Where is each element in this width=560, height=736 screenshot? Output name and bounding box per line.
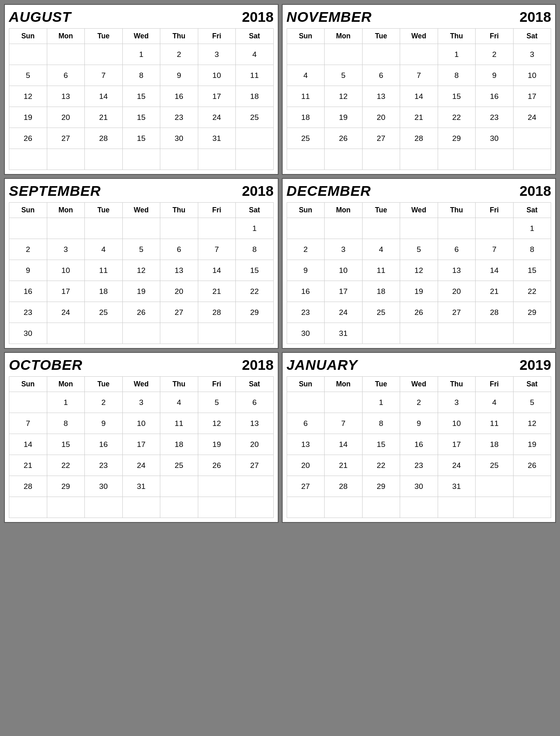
calendar-day: 6 <box>438 239 476 260</box>
calendar-day: 7 <box>325 413 363 434</box>
calendar-day <box>198 323 236 344</box>
calendar-day: 21 <box>400 107 438 128</box>
calendar-day <box>236 149 274 170</box>
calendar-day <box>85 149 123 170</box>
calendar-day: 5 <box>198 392 236 413</box>
day-header: Mon <box>325 29 363 44</box>
calendar-day: 23 <box>287 302 325 323</box>
table-row: 6789101112 <box>287 413 551 434</box>
calendar-day: 10 <box>122 413 160 434</box>
table-row: 123 <box>287 44 551 65</box>
calendar-day <box>325 497 363 518</box>
calendar-day: 25 <box>476 455 514 476</box>
day-header: Mon <box>325 203 363 218</box>
calendar-day <box>476 218 514 239</box>
calendar-september-2018: SEPTEMBER2018SunMonTueWedThuFriSat123456… <box>4 178 279 349</box>
calendar-day: 9 <box>476 65 514 86</box>
table-row: 14151617181920 <box>9 434 274 455</box>
table-row <box>9 497 274 518</box>
calendar-day: 5 <box>513 392 551 413</box>
calendar-day <box>325 392 363 413</box>
calendar-day: 16 <box>9 281 47 302</box>
calendar-day: 29 <box>438 128 476 149</box>
calendar-day <box>513 476 551 497</box>
calendar-day: 4 <box>287 65 325 86</box>
calendar-day: 21 <box>325 455 363 476</box>
calendar-day: 26 <box>400 302 438 323</box>
calendar-day <box>236 323 274 344</box>
table-row <box>9 149 274 170</box>
calendar-month-label: NOVEMBER <box>287 9 372 25</box>
calendar-day <box>476 497 514 518</box>
calendar-day <box>198 218 236 239</box>
calendar-day: 18 <box>236 86 274 107</box>
calendar-day: 14 <box>476 260 514 281</box>
calendar-day <box>198 149 236 170</box>
calendar-day: 17 <box>198 86 236 107</box>
table-row: 1234 <box>9 44 274 65</box>
calendar-day: 30 <box>85 476 123 497</box>
calendar-day: 22 <box>362 455 400 476</box>
calendar-table: SunMonTueWedThuFriSat1234567891011121314… <box>287 376 552 518</box>
day-header: Sat <box>513 377 551 392</box>
table-row: 1 <box>9 218 274 239</box>
calendar-day: 29 <box>362 476 400 497</box>
calendar-day: 18 <box>362 281 400 302</box>
calendar-day: 11 <box>85 260 123 281</box>
calendar-day: 27 <box>236 455 274 476</box>
calendar-day: 12 <box>325 86 363 107</box>
calendar-day <box>362 323 400 344</box>
calendar-day: 24 <box>438 455 476 476</box>
calendar-day: 15 <box>47 434 85 455</box>
calendar-day <box>325 149 363 170</box>
calendar-day: 26 <box>198 455 236 476</box>
day-header: Tue <box>362 29 400 44</box>
calendar-table: SunMonTueWedThuFriSat1234567891011121314… <box>9 202 274 344</box>
calendar-day <box>236 128 274 149</box>
day-header: Thu <box>438 203 476 218</box>
calendar-day: 12 <box>198 413 236 434</box>
calendar-day: 30 <box>400 476 438 497</box>
calendar-day: 15 <box>513 260 551 281</box>
calendar-day: 19 <box>400 281 438 302</box>
calendar-day: 24 <box>47 302 85 323</box>
calendar-day <box>400 323 438 344</box>
calendar-october-2018: OCTOBER2018SunMonTueWedThuFriSat12345678… <box>4 352 279 523</box>
table-row: 16171819202122 <box>9 281 274 302</box>
calendar-day: 26 <box>325 128 363 149</box>
calendar-day: 6 <box>47 65 85 86</box>
calendar-day: 26 <box>513 455 551 476</box>
calendar-day: 16 <box>476 86 514 107</box>
calendar-day: 9 <box>400 413 438 434</box>
calendar-day <box>476 323 514 344</box>
calendar-day: 29 <box>236 302 274 323</box>
calendar-day: 19 <box>513 434 551 455</box>
calendar-day <box>9 392 47 413</box>
calendar-day: 11 <box>236 65 274 86</box>
day-header: Thu <box>438 29 476 44</box>
day-header: Mon <box>47 203 85 218</box>
table-row: 12345 <box>287 392 551 413</box>
calendar-day: 12 <box>400 260 438 281</box>
calendar-day <box>122 497 160 518</box>
calendar-day: 17 <box>325 281 363 302</box>
calendar-table: SunMonTueWedThuFriSat1234567891011121314… <box>9 376 274 518</box>
calendar-day: 20 <box>438 281 476 302</box>
calendar-year-label: 2018 <box>520 183 551 199</box>
calendar-day <box>160 497 198 518</box>
calendar-day <box>325 44 363 65</box>
table-row: 1 <box>287 218 551 239</box>
calendar-day: 27 <box>362 128 400 149</box>
calendar-month-label: AUGUST <box>9 9 71 25</box>
calendar-day: 19 <box>198 434 236 455</box>
day-header: Thu <box>160 377 198 392</box>
table-row: 28293031 <box>9 476 274 497</box>
day-header: Tue <box>85 377 123 392</box>
calendar-day: 19 <box>9 107 47 128</box>
calendar-day: 29 <box>47 476 85 497</box>
table-row: 23242526272829 <box>287 302 551 323</box>
day-header: Fri <box>198 377 236 392</box>
calendar-year-label: 2018 <box>242 9 273 25</box>
calendar-day: 7 <box>476 239 514 260</box>
calendar-day: 3 <box>438 392 476 413</box>
